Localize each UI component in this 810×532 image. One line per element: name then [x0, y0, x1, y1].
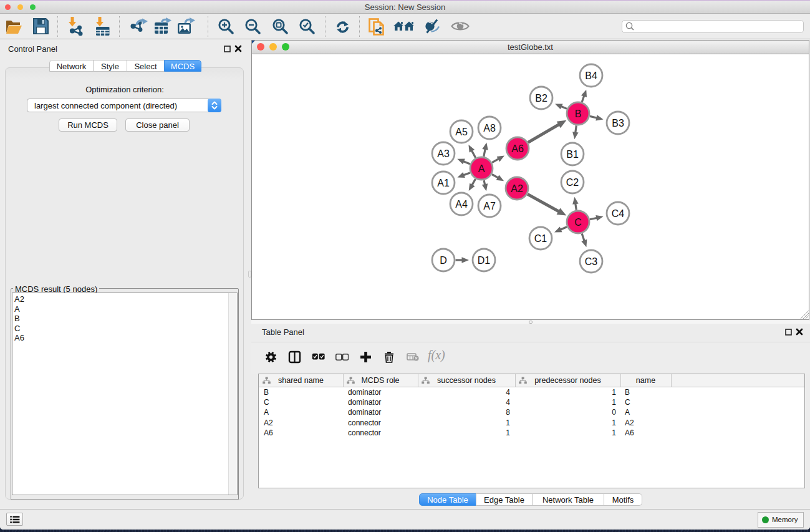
svg-text:B1: B1	[566, 149, 579, 160]
svg-text:B4: B4	[585, 70, 597, 81]
svg-text:A2: A2	[511, 183, 523, 194]
svg-text:C2: C2	[566, 177, 579, 188]
svg-text:D1: D1	[478, 255, 491, 266]
svg-text:A: A	[478, 163, 485, 174]
svg-text:C1: C1	[534, 233, 547, 244]
svg-text:A1: A1	[437, 178, 450, 188]
svg-text:A5: A5	[455, 127, 468, 137]
svg-text:B: B	[575, 109, 582, 119]
svg-text:C3: C3	[585, 256, 598, 267]
svg-text:A4: A4	[455, 199, 468, 210]
svg-text:B2: B2	[535, 93, 547, 104]
svg-text:C4: C4	[612, 208, 625, 219]
svg-text:A6: A6	[511, 143, 524, 154]
svg-text:A8: A8	[483, 123, 496, 133]
svg-text:D: D	[440, 255, 447, 266]
svg-text:A7: A7	[483, 201, 496, 211]
svg-text:C: C	[574, 217, 582, 228]
svg-text:B3: B3	[612, 118, 624, 128]
svg-text:A3: A3	[437, 148, 450, 159]
